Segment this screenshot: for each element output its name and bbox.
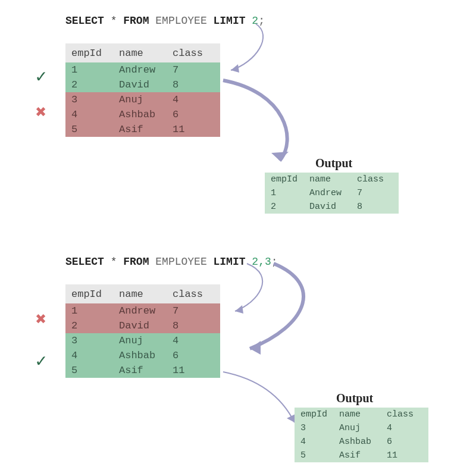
- cell: Ashbab: [119, 109, 173, 120]
- cell: Andrew: [119, 305, 173, 317]
- cell: Andrew: [119, 64, 173, 76]
- cell: Andrew: [309, 188, 357, 198]
- table-row: 2 David 8: [65, 77, 220, 92]
- cell: 3: [65, 335, 119, 346]
- table-row: 4 Ashbab 6: [65, 348, 220, 363]
- cell: 6: [173, 350, 220, 361]
- cell: 4: [65, 109, 119, 120]
- table-row: 1 Andrew 7: [65, 303, 220, 318]
- cell: 1: [65, 64, 119, 76]
- check-icon: ✓: [36, 65, 46, 87]
- column-header: empId: [65, 289, 119, 300]
- column-header: name: [339, 409, 387, 419]
- sql-limit-args: 2,3: [252, 256, 271, 268]
- column-header: empId: [295, 409, 339, 419]
- cell: Anuj: [339, 423, 387, 433]
- sql-semicolon: ;: [258, 15, 265, 27]
- check-icon: ✓: [36, 350, 46, 372]
- table-row: 3 Anuj 4: [295, 421, 428, 435]
- cell: Anuj: [119, 335, 173, 346]
- column-header: class: [173, 289, 220, 300]
- table-row: 4 Ashbab 6: [65, 107, 220, 122]
- cell: 6: [173, 109, 220, 120]
- cell: 4: [295, 437, 339, 447]
- employee-source-table: empId name class 1 Andrew 7 2 David 8 3 …: [65, 284, 220, 378]
- offset-arrow: [226, 261, 298, 320]
- output-label: Output: [315, 156, 352, 170]
- column-header: empId: [265, 174, 309, 184]
- cell: 5: [295, 450, 339, 461]
- output-table: empId name class 3 Anuj 4 4 Ashbab 6 5 A…: [295, 408, 428, 462]
- table-row: 1 Andrew 7: [265, 186, 399, 200]
- output-table: empId name class 1 Andrew 7 2 David 8: [265, 173, 399, 214]
- table-header-row: empId name class: [265, 173, 399, 186]
- cell: David: [309, 202, 357, 212]
- cell: Anuj: [119, 94, 173, 105]
- column-header: name: [119, 289, 173, 300]
- cell: 2: [265, 202, 309, 212]
- table-header-row: empId name class: [65, 43, 220, 62]
- svg-marker-2: [235, 305, 243, 314]
- column-header: empId: [65, 48, 119, 59]
- svg-marker-3: [250, 341, 261, 355]
- cell: 8: [173, 320, 220, 331]
- cell: Ashbab: [339, 437, 387, 447]
- sql-star: *: [111, 15, 117, 27]
- cell: 11: [387, 450, 428, 461]
- table-row: 4 Ashbab 6: [295, 435, 428, 449]
- cell: 3: [65, 94, 119, 105]
- cell: 4: [173, 335, 220, 346]
- cell: David: [119, 79, 173, 90]
- table-row: 1 Andrew 7: [65, 62, 220, 77]
- sql-keyword: SELECT: [65, 256, 104, 268]
- cell: Ashbab: [119, 350, 173, 361]
- cell: 5: [65, 124, 119, 135]
- selected-to-output-arrow: [220, 74, 321, 176]
- query-to-table-arrow: [220, 18, 292, 80]
- sql-table-name: EMPLOYEE: [155, 256, 206, 268]
- cell: 11: [173, 365, 220, 376]
- output-label: Output: [336, 392, 373, 405]
- column-header: class: [173, 48, 220, 59]
- cell: 1: [265, 188, 309, 198]
- cell: 4: [387, 423, 428, 433]
- count-arrow: [232, 261, 333, 359]
- sql-query: SELECT * FROM EMPLOYEE LIMIT 2,3;: [65, 256, 278, 268]
- sql-semicolon: ;: [271, 256, 278, 268]
- cell: David: [119, 320, 173, 331]
- table-header-row: empId name class: [295, 408, 428, 421]
- cell: Asif: [339, 450, 387, 461]
- cell: 11: [173, 124, 220, 135]
- cross-icon: ✖: [36, 101, 46, 123]
- cell: 4: [173, 94, 220, 105]
- table-row: 5 Asif 11: [65, 363, 220, 378]
- column-header: name: [119, 48, 173, 59]
- table-row: 5 Asif 11: [65, 122, 220, 137]
- cell: 6: [387, 437, 428, 447]
- sql-keyword: SELECT: [65, 15, 104, 27]
- sql-keyword: LIMIT: [214, 256, 246, 268]
- cell: 2: [65, 79, 119, 90]
- sql-keyword: FROM: [123, 15, 149, 27]
- cell: 7: [357, 188, 399, 198]
- cell: Asif: [119, 365, 173, 376]
- cell: 3: [295, 423, 339, 433]
- table-row: 3 Anuj 4: [65, 333, 220, 348]
- table-row: 5 Asif 11: [295, 449, 428, 462]
- sql-limit-args: 2: [252, 15, 258, 27]
- cell: 1: [65, 305, 119, 317]
- employee-source-table: empId name class 1 Andrew 7 2 David 8 3 …: [65, 43, 220, 137]
- column-header: name: [309, 174, 357, 184]
- cell: 2: [65, 320, 119, 331]
- column-header: class: [387, 409, 428, 419]
- sql-table-name: EMPLOYEE: [155, 15, 206, 27]
- table-header-row: empId name class: [65, 284, 220, 303]
- table-row: 2 David 8: [265, 200, 399, 214]
- cell: 8: [357, 202, 399, 212]
- table-row: 3 Anuj 4: [65, 92, 220, 107]
- column-header: class: [357, 174, 399, 184]
- svg-marker-0: [231, 64, 239, 73]
- sql-query: SELECT * FROM EMPLOYEE LIMIT 2;: [65, 15, 265, 27]
- cell: 5: [65, 365, 119, 376]
- cell: Asif: [119, 124, 173, 135]
